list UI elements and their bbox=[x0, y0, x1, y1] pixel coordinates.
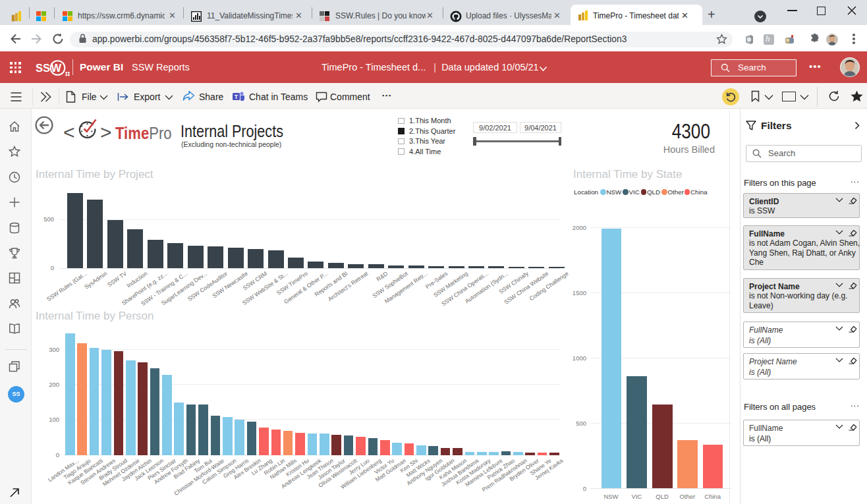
svg-text:W: W bbox=[51, 62, 62, 74]
svg-text:SS: SS bbox=[36, 62, 50, 74]
svg-text:T: T bbox=[235, 94, 238, 100]
